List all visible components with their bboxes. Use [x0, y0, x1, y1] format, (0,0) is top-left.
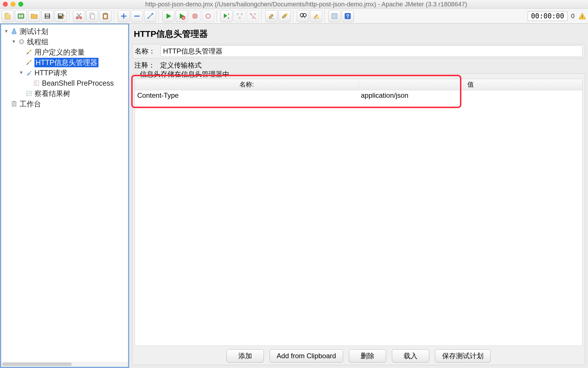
svg-point-27 [286, 13, 288, 15]
shutdown-button[interactable] [202, 10, 214, 22]
group-title: 信息头存储在信息头管理器中 [138, 70, 231, 79]
tree-label: 线程组 [27, 37, 49, 47]
svg-point-22 [241, 13, 243, 15]
svg-rect-18 [207, 15, 209, 17]
svg-rect-7 [59, 14, 62, 16]
traffic-lights [3, 2, 23, 7]
collapse-button[interactable] [131, 10, 143, 22]
table-row[interactable]: Content-Type application/json [135, 90, 582, 101]
tree-label: 察看结果树 [34, 89, 70, 98]
svg-rect-2 [21, 15, 23, 17]
stop-button[interactable] [189, 10, 201, 22]
window-title: http-post-json-demo.jmx (/Users/hailongc… [27, 1, 585, 8]
timer-display: 00:00:00 [528, 11, 567, 21]
titlebar: http-post-json-demo.jmx (/Users/hailongc… [0, 0, 588, 9]
svg-rect-38 [27, 91, 31, 96]
tree-label: BeanShell PreProcess [42, 79, 114, 87]
open-button[interactable] [28, 10, 40, 22]
beaker-icon [10, 28, 18, 35]
remote-shutdown-button[interactable] [247, 10, 259, 22]
save-as-button[interactable] [55, 10, 67, 22]
panel-title: HTTP信息头管理器 [132, 25, 585, 44]
comment-input[interactable]: 定义传输格式 [160, 61, 583, 70]
headers-table[interactable]: 名称: 值 Content-Type application/json [135, 79, 583, 346]
save-button[interactable] [41, 10, 53, 22]
svg-rect-13 [105, 13, 107, 14]
cut-button[interactable] [73, 10, 85, 22]
test-plan-tree: ▼ 测试计划 ▼ 线程组 [1, 26, 128, 109]
gear-icon [18, 38, 25, 45]
tree-item-user-vars[interactable]: 用户定义的变量 [18, 47, 128, 57]
start-no-timers-button[interactable] [176, 10, 188, 22]
name-label: 名称： [135, 47, 158, 56]
svg-point-23 [239, 17, 241, 19]
close-icon[interactable] [3, 2, 8, 7]
button-bar: 添加 Add from Clipboard 删除 载入 保存测试计划 [135, 346, 583, 363]
save-test-plan-button[interactable]: 保存测试计划 [435, 349, 491, 363]
add-button[interactable]: 添加 [227, 349, 264, 363]
start-button[interactable] [163, 10, 175, 22]
tree-item-header-manager[interactable]: HTTP信息头管理器 [18, 57, 128, 68]
svg-text:!: ! [582, 14, 583, 19]
name-input[interactable]: HTTP信息头管理器 [160, 45, 583, 57]
svg-rect-5 [46, 16, 49, 18]
load-button[interactable]: 载入 [392, 349, 429, 363]
tree-item-http-request[interactable]: ▼ HTTP请求 [18, 68, 128, 78]
tree-pane[interactable]: ▼ 测试计划 ▼ 线程组 [0, 24, 129, 368]
body-split: ▼ 测试计划 ▼ 线程组 [0, 24, 588, 368]
clear-all-button[interactable] [278, 10, 291, 22]
warning-icon[interactable]: ! [578, 12, 586, 20]
clipboard-icon [10, 100, 18, 108]
zoom-icon[interactable] [18, 2, 23, 7]
comment-label: 注释： [134, 61, 157, 70]
dropper-icon [25, 69, 33, 76]
tree-label: HTTP请求 [34, 68, 67, 78]
remote-start-button[interactable] [220, 10, 233, 22]
expand-button[interactable] [118, 10, 130, 22]
toggle-button[interactable] [144, 10, 156, 22]
column-value[interactable]: 值 [359, 79, 583, 90]
svg-point-15 [148, 17, 149, 19]
copy-button[interactable] [86, 10, 98, 22]
table-header: 名称: 值 [135, 79, 582, 90]
add-from-clipboard-button[interactable]: Add from Clipboard [270, 349, 343, 363]
chevron-down-icon[interactable]: ▼ [11, 39, 16, 44]
delete-button[interactable]: 删除 [349, 349, 386, 363]
new-button[interactable] [2, 10, 14, 22]
tree-item-thread-group[interactable]: ▼ 线程组 [10, 37, 128, 47]
tree-item-test-plan[interactable]: ▼ 测试计划 [3, 26, 128, 37]
app-window: http-post-json-demo.jmx (/Users/hailongc… [0, 0, 588, 368]
clear-button[interactable] [265, 10, 277, 22]
svg-rect-4 [46, 14, 49, 16]
wrench-icon [25, 59, 33, 66]
tree-item-beanshell[interactable]: BeanShell PreProcess [25, 78, 128, 88]
editor-pane: HTTP信息头管理器 名称： HTTP信息头管理器 注释： 定义传输格式 信息头… [129, 24, 588, 368]
svg-point-25 [254, 13, 256, 15]
thread-counter: 0 [568, 12, 577, 20]
svg-rect-0 [18, 14, 24, 18]
horizontal-scrollbar[interactable] [1, 362, 128, 367]
name-field-row: 名称： HTTP信息头管理器 [132, 44, 585, 58]
tree-label: HTTP信息头管理器 [34, 58, 98, 67]
paste-button[interactable] [99, 10, 111, 22]
templates-button[interactable] [15, 10, 27, 22]
search-button[interactable] [297, 10, 309, 22]
svg-rect-14 [104, 15, 107, 18]
remote-stop-button[interactable] [234, 10, 246, 22]
column-name[interactable]: 名称: [135, 79, 359, 90]
minimize-icon[interactable] [11, 2, 16, 7]
svg-point-21 [237, 13, 239, 15]
chevron-down-icon[interactable]: ▼ [19, 70, 24, 75]
function-helper-button[interactable] [328, 10, 341, 22]
help-button[interactable]: ? [342, 10, 354, 22]
reset-search-button[interactable] [310, 10, 322, 22]
cell-name[interactable]: Content-Type [135, 90, 359, 101]
cell-value[interactable]: application/json [359, 90, 582, 101]
svg-text:?: ? [346, 13, 349, 19]
tree-item-view-results[interactable]: 察看结果树 [18, 88, 128, 99]
chart-icon [25, 90, 33, 97]
tree-item-workbench[interactable]: 工作台 [3, 99, 128, 109]
chevron-down-icon[interactable]: ▼ [4, 29, 9, 34]
svg-point-30 [317, 17, 319, 19]
svg-rect-39 [12, 101, 16, 106]
